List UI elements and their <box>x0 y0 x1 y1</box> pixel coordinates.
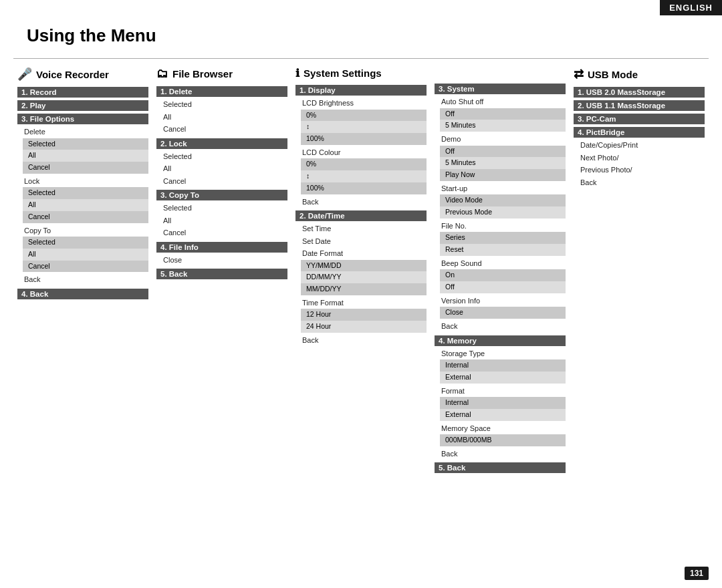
ss-auto-shutoff: Auto Shut off <box>435 96 566 108</box>
ss-storage-external: External <box>440 372 566 384</box>
usb-pictbridge-nextphoto: Next Photo/ <box>574 152 705 164</box>
ss-beepsound: Beep Sound <box>435 257 566 270</box>
fb-copyto-selected: Selected <box>156 202 287 214</box>
vr-delete-selected: Selected <box>23 138 148 150</box>
ss-section-2: 2. Date/Time <box>295 210 427 221</box>
column-system-settings-2: spacer 3. System Auto Shut off Off 5 Min… <box>431 67 570 474</box>
vr-copyto-cancel: Cancel <box>23 261 148 273</box>
vr-copyto-selected: Selected <box>23 237 148 249</box>
ss-fileno: File No. <box>435 220 566 233</box>
ss-startup-group: Video Mode Previous Mode <box>440 194 566 218</box>
ss-format-internal: Internal <box>440 397 566 409</box>
ss-dateformat-yy: YY/MM/DD <box>301 260 427 272</box>
ss-dateformat-group: YY/MM/DD DD/MM/YY MM/DD/YY <box>301 260 427 295</box>
vr-copyto-group: Selected All Cancel <box>23 237 148 272</box>
columns-wrapper: 🎤 Voice Recorder 1. Record 2. Play 3. Fi… <box>0 67 722 474</box>
vr-copyto-all: All <box>23 249 148 261</box>
ss-memspace-value: 000MB/000MB <box>440 434 566 446</box>
system-settings-header: ℹ System Settings <box>295 67 427 80</box>
vr-section-3: 3. File Options <box>17 114 148 124</box>
ss-lcd-colour: LCD Colour <box>295 146 427 159</box>
ss-storage-internal: Internal <box>440 359 566 372</box>
fb-section-3: 3. Copy To <box>156 190 287 200</box>
fb-section-4: 4. File Info <box>156 242 287 253</box>
file-browser-icon: 🗂 <box>156 67 168 81</box>
ss-system-back: Back <box>435 320 566 333</box>
vr-delete-group: Selected All Cancel <box>23 138 148 174</box>
fb-delete-all: All <box>156 111 287 124</box>
ss-beep-group: On Off <box>440 269 566 293</box>
vr-lock-group: Selected All Cancel <box>23 187 148 223</box>
usb-section-4: 4. PictBridge <box>574 127 705 138</box>
ss-demo-off: Off <box>440 146 566 158</box>
ss-demo: Demo <box>435 133 566 146</box>
ss-memspace-group: 000MB/000MB <box>440 434 566 446</box>
ss-shutoff-group: Off 5 Minutes <box>440 108 566 132</box>
ss-memspace: Memory Space <box>435 422 566 435</box>
system-settings-title: System Settings <box>304 67 382 79</box>
ss-timeformat-group: 12 Hour 24 Hour <box>301 309 427 333</box>
fb-copyto-cancel: Cancel <box>156 227 287 239</box>
ss-format-group: Internal External <box>440 397 566 421</box>
ss-fileno-series: Series <box>440 232 566 244</box>
page-title: Using the Menu <box>27 25 722 46</box>
usb-mode-header: ⇄ USB Mode <box>574 67 705 82</box>
column-voice-recorder: 🎤 Voice Recorder 1. Record 2. Play 3. Fi… <box>13 67 152 301</box>
usb-pictbridge-prevphoto: Previous Photo/ <box>574 164 705 176</box>
ss-section-1: 1. Display <box>295 85 427 96</box>
voice-recorder-title: Voice Recorder <box>36 69 109 80</box>
ss-startup-prevmode: Previous Mode <box>440 206 566 218</box>
fb-copyto-all: All <box>156 214 287 227</box>
language-badge: ENGLISH <box>660 0 722 15</box>
ss-format: Format <box>435 385 566 398</box>
fb-delete-selected: Selected <box>156 98 287 111</box>
ss-demo-playnow: Play Now <box>440 169 566 181</box>
ss-timeformat-24: 24 Hour <box>301 321 427 333</box>
vr-delete-all: All <box>23 150 148 162</box>
ss-startup-videomode: Video Mode <box>440 194 566 206</box>
vr-lock: Lock <box>17 175 148 188</box>
file-browser-title: File Browser <box>172 68 233 80</box>
ss-shutoff-off: Off <box>440 108 566 120</box>
ss-datetime-back: Back <box>295 334 427 347</box>
vr-back-sub: Back <box>17 273 148 286</box>
ss-format-external: External <box>440 409 566 421</box>
ss-colour-100: 100% <box>301 182 427 194</box>
usb-section-3: 3. PC-Cam <box>574 114 705 124</box>
system-settings-icon: ℹ <box>295 67 299 80</box>
ss-date-format: Date Format <box>295 247 427 260</box>
fb-section-2: 2. Lock <box>156 138 287 149</box>
ss-fileno-reset: Reset <box>440 244 566 256</box>
ss-brightness-100: 100% <box>301 133 427 145</box>
vr-lock-all: All <box>23 199 148 211</box>
title-divider <box>13 58 709 59</box>
fb-fileinfo-close: Close <box>156 254 287 267</box>
ss-fileno-group: Series Reset <box>440 232 566 256</box>
ss-version-close: Close <box>440 307 566 319</box>
ss-dateformat-mm: MM/DD/YY <box>301 283 427 295</box>
ss-demo-5min: 5 Minutes <box>440 157 566 169</box>
voice-recorder-icon: 🎤 <box>17 67 32 82</box>
vr-copyto: Copy To <box>17 225 148 237</box>
fb-lock-all: All <box>156 162 287 175</box>
fb-lock-cancel: Cancel <box>156 175 287 188</box>
ss-storagetype: Storage Type <box>435 347 566 360</box>
fb-section-1: 1. Delete <box>156 86 287 97</box>
voice-recorder-header: 🎤 Voice Recorder <box>17 67 148 82</box>
ss-set-date: Set Date <box>295 235 427 248</box>
ss-section-5: 5. Back <box>435 462 566 473</box>
usb-section-2: 2. USB 1.1 MassStorage <box>574 100 705 111</box>
ss-brightness-0: 0% <box>301 110 427 122</box>
usb-mode-icon: ⇄ <box>574 67 584 82</box>
ss-dateformat-dd: DD/MM/YY <box>301 271 427 283</box>
column-usb-mode: ⇄ USB Mode 1. USB 2.0 MassStorage 2. USB… <box>570 67 709 188</box>
ss-beep-off: Off <box>440 281 566 293</box>
vr-section-1: 1. Record <box>17 87 148 98</box>
fb-section-5: 5. Back <box>156 269 287 279</box>
ss-timeformat-12: 12 Hour <box>301 309 427 321</box>
ss-demo-group: Off 5 Minutes Play Now <box>440 146 566 181</box>
usb-pictbridge-back: Back <box>574 176 705 189</box>
fb-lock-selected: Selected <box>156 150 287 163</box>
usb-section-1: 1. USB 2.0 MassStorage <box>574 87 705 98</box>
ss-memory-back: Back <box>435 448 566 460</box>
